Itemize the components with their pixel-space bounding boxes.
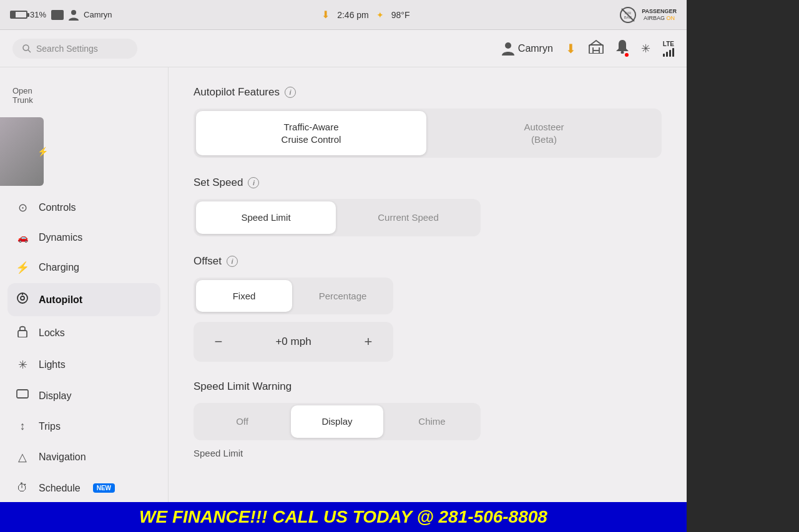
set-speed-title: Set Speed i xyxy=(194,177,662,189)
svg-point-0 xyxy=(71,10,76,15)
search-box[interactable]: Search Settings xyxy=(12,39,137,59)
top-user: Camryn xyxy=(502,42,553,56)
signal-strength: LTE xyxy=(663,41,674,57)
offset-toggle: Fixed Percentage xyxy=(194,278,393,315)
controls-icon: ⊙ xyxy=(15,201,30,215)
notification-button[interactable] xyxy=(616,40,629,57)
svg-point-7 xyxy=(505,42,511,49)
garage-icon xyxy=(589,40,604,54)
svg-rect-16 xyxy=(18,331,27,337)
sidebar-label-trips: Trips xyxy=(39,421,61,432)
sidebar-item-controls[interactable]: ⊙ Controls xyxy=(0,192,168,223)
ad-banner: WE FINANCE!!! CALL US TODAY @ 281-506-88… xyxy=(0,502,687,532)
svg-line-6 xyxy=(28,50,31,52)
sidebar-item-trips[interactable]: ↕ Trips xyxy=(0,411,168,442)
speed-limit-label: Speed Limit xyxy=(194,448,662,458)
battery-fill xyxy=(11,12,16,17)
navigation-icon: △ xyxy=(15,450,30,464)
offset-section: Offset i Fixed Percentage − +0 mph + xyxy=(194,255,662,362)
fixed-button[interactable]: Fixed xyxy=(196,280,292,312)
warning-chime-button[interactable]: Chime xyxy=(386,405,478,438)
percentage-button[interactable]: Percentage xyxy=(295,280,391,312)
sidebar-label-schedule: Schedule xyxy=(39,483,81,494)
car-charge-icon: ⚡ xyxy=(37,147,48,157)
warning-off-button[interactable]: Off xyxy=(196,405,288,438)
svg-point-14 xyxy=(21,296,24,300)
status-left: 31% Camryn xyxy=(10,9,112,21)
garage-button[interactable] xyxy=(589,40,604,57)
autosteer-button[interactable]: Autosteer(Beta) xyxy=(429,111,659,155)
status-time: 2:46 pm xyxy=(337,10,369,20)
current-speed-button[interactable]: Current Speed xyxy=(338,201,478,234)
sidebar-item-navigation[interactable]: △ Navigation xyxy=(0,442,168,473)
speed-limit-warning-title: Speed Limit Warning xyxy=(194,380,662,393)
speed-limit-warning-section: Speed Limit Warning Off Display Chime Sp… xyxy=(194,380,662,458)
sidebar-label-navigation: Navigation xyxy=(39,452,86,463)
sidebar-item-autopilot[interactable]: Autopilot xyxy=(7,283,160,316)
offset-stepper: − +0 mph + xyxy=(194,322,393,362)
offset-value: +0 mph xyxy=(275,336,311,348)
signal-bars xyxy=(663,48,674,57)
set-speed-info-icon[interactable]: i xyxy=(248,177,259,188)
time-temp: ⬇ 2:46 pm ✦ 98°F xyxy=(321,9,409,21)
speed-limit-warning-toggle: Off Display Chime xyxy=(194,403,481,440)
sidebar: Open Trunk ⚡ ⊙ Controls 🚗 Dynamics ⚡ Cha… xyxy=(0,67,169,532)
display-icon xyxy=(15,389,30,402)
airbag-icon: AIR BAG xyxy=(619,6,637,24)
camera-icon xyxy=(51,10,64,20)
autopilot-features-title: Autopilot Features i xyxy=(194,86,662,99)
sidebar-item-dynamics[interactable]: 🚗 Dynamics xyxy=(0,223,168,252)
car-thumbnail-area: ⚡ xyxy=(0,117,168,186)
top-bar-right: Camryn ⬇ xyxy=(502,40,674,57)
notification-dot xyxy=(625,53,629,57)
sidebar-item-locks[interactable]: Locks xyxy=(0,316,168,349)
top-bar: Search Settings Camryn ⬇ xyxy=(0,30,687,67)
car-interior-panel xyxy=(687,0,799,532)
offset-minus-button[interactable]: − xyxy=(208,332,228,352)
speed-limit-button[interactable]: Speed Limit xyxy=(196,201,336,234)
signal-bar-1 xyxy=(663,54,665,57)
svg-rect-8 xyxy=(589,45,603,54)
signal-bar-4 xyxy=(672,48,674,57)
battery-icon xyxy=(10,11,27,19)
tacc-button[interactable]: Traffic-AwareCruise Control xyxy=(196,111,426,155)
sidebar-label-autopilot: Autopilot xyxy=(39,294,82,306)
top-username: Camryn xyxy=(518,43,553,54)
signal-bar-2 xyxy=(666,52,668,57)
set-speed-section: Set Speed i Speed Limit Current Speed xyxy=(194,177,662,236)
sidebar-label-dynamics: Dynamics xyxy=(39,232,82,243)
signal-bar-3 xyxy=(669,50,671,57)
offset-title: Offset i xyxy=(194,255,662,268)
svg-text:AIR: AIR xyxy=(625,11,632,15)
download-arrow: ⬇ xyxy=(321,9,330,21)
sidebar-item-charging[interactable]: ⚡ Charging xyxy=(0,252,168,283)
download-button[interactable]: ⬇ xyxy=(566,41,576,56)
sidebar-item-lights[interactable]: ✳ Lights xyxy=(0,349,168,380)
svg-point-5 xyxy=(23,45,29,51)
person-icon xyxy=(69,9,79,21)
locks-icon xyxy=(15,325,30,341)
offset-info-icon[interactable]: i xyxy=(227,256,238,267)
battery-info: 31% xyxy=(10,10,46,19)
user-icon xyxy=(502,42,514,56)
schedule-new-badge: NEW xyxy=(93,483,115,493)
status-right: AIR BAG PASSENGER AIRBAG ON xyxy=(619,6,677,24)
sidebar-item-display[interactable]: Display xyxy=(0,380,168,411)
bluetooth-button[interactable]: ✳ xyxy=(641,42,650,56)
svg-text:BAG: BAG xyxy=(624,16,632,19)
sidebar-item-schedule[interactable]: ⏱ Schedule NEW xyxy=(0,473,168,503)
status-temperature: 98°F xyxy=(391,10,410,20)
search-icon xyxy=(22,44,31,53)
sidebar-label-locks: Locks xyxy=(39,327,65,339)
svg-line-2 xyxy=(622,9,634,21)
dynamics-icon: 🚗 xyxy=(15,233,30,243)
autopilot-features-toggle: Traffic-AwareCruise Control Autosteer(Be… xyxy=(194,109,662,158)
sidebar-label-controls: Controls xyxy=(39,202,76,213)
schedule-icon: ⏱ xyxy=(15,481,30,495)
autopilot-icon xyxy=(15,292,30,307)
bell-icon xyxy=(616,40,629,54)
charging-icon: ⚡ xyxy=(15,261,30,274)
offset-plus-button[interactable]: + xyxy=(358,332,378,352)
autopilot-features-info-icon[interactable]: i xyxy=(285,87,296,98)
warning-display-button[interactable]: Display xyxy=(291,405,383,438)
